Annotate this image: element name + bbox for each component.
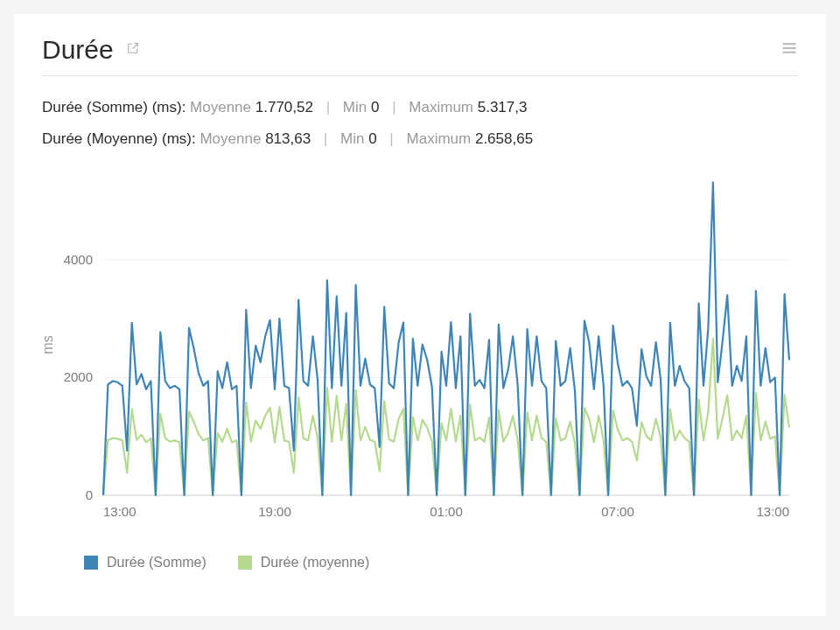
stat-min-value: 0 [371, 99, 379, 116]
hamburger-menu-icon[interactable] [780, 39, 798, 60]
svg-rect-0 [783, 43, 796, 45]
stat-name: Durée (Moyenne) (ms) [42, 130, 192, 147]
svg-rect-2 [783, 52, 796, 53]
stat-max-value: 5.317,3 [478, 99, 528, 116]
stat-avg-label: Moyenne [200, 130, 261, 147]
stat-row: Durée (Moyenne) (ms): Moyenne 813,63 | M… [42, 123, 798, 155]
svg-rect-1 [783, 47, 796, 49]
stat-min-label: Min [343, 99, 367, 116]
legend-label: Durée (moyenne) [261, 555, 370, 570]
legend-swatch-icon [238, 556, 252, 570]
stats-block: Durée (Somme) (ms): Moyenne 1.770,52 | M… [42, 92, 798, 154]
legend-swatch-icon [84, 556, 98, 570]
y-axis-label: ms [40, 336, 56, 354]
stat-max-value: 2.658,65 [475, 130, 533, 147]
stat-name: Durée (Somme) (ms) [42, 99, 182, 116]
chart-card: Durée Durée (Somme) (ms): Moyenne 1.770,… [14, 14, 826, 616]
card-header: Durée [42, 35, 798, 76]
card-title: Durée [42, 35, 114, 65]
line-chart: 02000400013:0019:0001:0007:0013:00 [42, 161, 798, 528]
legend-item-somme[interactable]: Durée (Somme) [84, 555, 206, 570]
chart-area: ms 02000400013:0019:0001:0007:0013:00 [42, 161, 798, 528]
svg-text:4000: 4000 [64, 252, 93, 267]
stat-avg-value: 1.770,52 [256, 99, 313, 116]
legend-label: Durée (Somme) [107, 555, 206, 570]
stat-max-label: Maximum [407, 130, 472, 147]
stat-avg-value: 813,63 [265, 130, 311, 147]
svg-text:2000: 2000 [64, 370, 93, 385]
stat-min-label: Min [340, 130, 364, 147]
legend: Durée (Somme) Durée (moyenne) [42, 555, 798, 570]
svg-text:19:00: 19:00 [258, 504, 291, 519]
svg-text:01:00: 01:00 [430, 504, 463, 519]
svg-text:07:00: 07:00 [601, 504, 634, 519]
svg-text:0: 0 [86, 487, 93, 502]
legend-item-moyenne[interactable]: Durée (moyenne) [238, 555, 370, 570]
svg-text:13:00: 13:00 [103, 504, 136, 519]
svg-text:13:00: 13:00 [756, 504, 789, 519]
stat-avg-label: Moyenne [190, 99, 251, 116]
open-external-icon[interactable] [126, 41, 140, 59]
stat-row: Durée (Somme) (ms): Moyenne 1.770,52 | M… [42, 92, 798, 123]
stat-max-label: Maximum [409, 99, 473, 116]
stat-min-value: 0 [368, 130, 376, 147]
